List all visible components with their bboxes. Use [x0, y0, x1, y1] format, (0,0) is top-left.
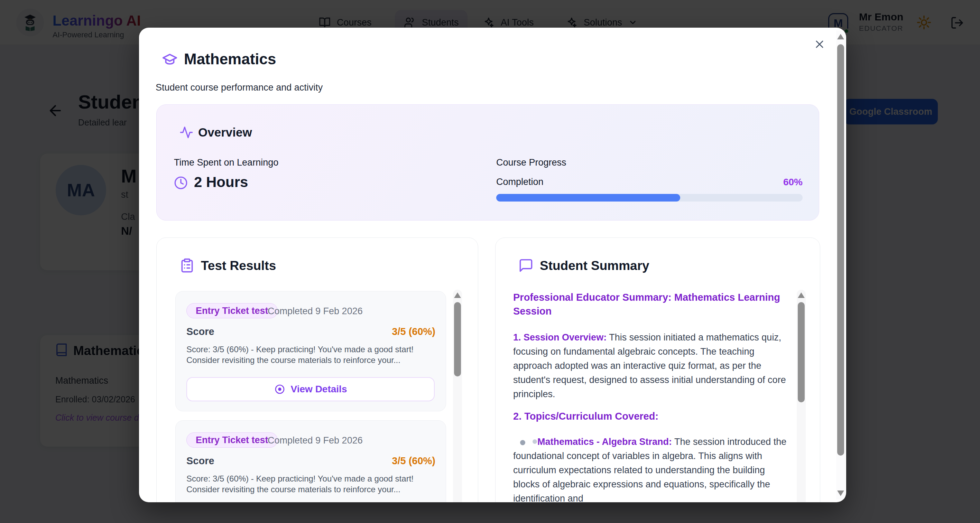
summary-bullet-item: Mathematics - Algebra Strand: The sessio… [513, 435, 792, 502]
graduation-cap-icon [162, 51, 178, 67]
course-name: Mathematics [55, 375, 108, 386]
course-performance-modal: Mathematics Student course performance a… [139, 28, 846, 502]
student-email: st [121, 189, 128, 200]
overview-card: Overview Time Spent on Learningo 2 Hours… [156, 104, 819, 221]
clipboard-list-icon [180, 258, 195, 273]
view-details-label: View Details [291, 384, 347, 395]
time-spent-value: 2 Hours [194, 174, 248, 191]
brand-name: Learningo AI [52, 13, 141, 29]
book-icon [55, 343, 68, 357]
user-role: EDUCATOR [859, 24, 903, 32]
test-result-item: Entry Ticket test Completed 9 Feb 2026 S… [175, 420, 446, 502]
test-completed-date: Completed 9 Feb 2026 [268, 435, 363, 446]
student-initials: MA [67, 180, 95, 200]
close-icon[interactable] [811, 35, 829, 53]
student-avatar: MA [56, 165, 106, 215]
user-name: Mr Emon [859, 11, 903, 23]
scrollbar-thumb[interactable] [454, 302, 461, 377]
clock-icon [174, 176, 188, 190]
score-description: Score: 3/5 (60%) - Keep practicing! You'… [186, 473, 435, 494]
sparkles-icon [483, 17, 495, 29]
logout-icon[interactable] [950, 16, 964, 30]
student-name: M [121, 165, 137, 187]
eye-icon [274, 384, 285, 395]
student-class-value: N/ [121, 225, 132, 237]
page-title: Studen [78, 91, 144, 113]
summary-section-1: 1. Session Overview: This session initia… [513, 331, 792, 401]
scroll-up-arrow[interactable] [837, 34, 844, 40]
chevron-down-icon [628, 18, 637, 27]
theme-toggle-sun-icon[interactable] [916, 15, 932, 30]
activity-icon [180, 126, 193, 139]
nav-label-ai-tools: AI Tools [501, 17, 534, 28]
nav-label-courses: Courses [337, 17, 372, 28]
time-spent-label: Time Spent on Learningo [174, 157, 278, 168]
scrollbar-thumb[interactable] [837, 44, 844, 456]
scroll-down-arrow[interactable] [837, 491, 844, 496]
score-description: Score: 3/5 (60%) - Keep practicing! You'… [186, 344, 435, 366]
progress-bar-fill [496, 194, 680, 202]
app-logo[interactable] [16, 9, 44, 36]
scroll-up-arrow[interactable] [798, 292, 805, 298]
book-open-icon [319, 17, 331, 29]
page-subtitle: Detailed lear [78, 118, 127, 127]
course-progress-label: Course Progress [496, 157, 566, 168]
back-arrow-icon[interactable] [47, 102, 64, 119]
nav-label-students: Students [422, 17, 459, 28]
modal-subtitle: Student course performance and activity [156, 82, 323, 93]
google-classroom-button[interactable]: Google Classroom [844, 99, 938, 124]
nav-label-solutions: Solutions [584, 17, 622, 28]
completion-percent: 60% [496, 176, 803, 188]
course-enrolled-date: Enrolled: 03/02/2026 [55, 394, 135, 404]
test-results-card: Test Results Entry Ticket test Completed… [156, 237, 478, 502]
course-card-title: Mathematic [73, 343, 144, 358]
overview-heading: Overview [198, 126, 252, 139]
student-class-label: Cla [121, 211, 135, 222]
summary-scrollbar[interactable] [797, 290, 806, 502]
test-badge: Entry Ticket test [186, 432, 278, 448]
modal-title: Mathematics [184, 51, 276, 68]
sparkles-icon [566, 17, 578, 29]
test-completed-date: Completed 9 Feb 2026 [268, 306, 363, 316]
modal-scrollbar[interactable] [836, 30, 845, 499]
course-details-link[interactable]: Click to view course de [55, 413, 144, 423]
bullet-label: Mathematics - Algebra Strand: [538, 437, 672, 447]
test-badge: Entry Ticket test [186, 303, 278, 318]
test-results-scrollbar[interactable] [453, 290, 462, 502]
progress-bar-track [496, 194, 803, 202]
test-result-item: Entry Ticket test Completed 9 Feb 2026 S… [175, 291, 446, 411]
summary-title: Professional Educator Summary: Mathemati… [513, 290, 792, 318]
message-square-icon [519, 258, 534, 273]
summary-section-2-label: 2. Topics/Curriculum Covered: [513, 411, 792, 422]
student-summary-heading: Student Summary [540, 259, 649, 273]
score-value: 3/5 (60%) [186, 455, 435, 467]
test-results-heading: Test Results [201, 259, 276, 273]
scrollbar-thumb[interactable] [798, 302, 805, 402]
score-value: 3/5 (60%) [186, 326, 435, 337]
view-details-button[interactable]: View Details [186, 377, 435, 401]
users-icon [404, 17, 416, 29]
summary-section-1-label: 1. Session Overview: [513, 332, 606, 343]
student-summary-card: Student Summary Professional Educator Su… [495, 237, 820, 502]
robot-logo-icon [21, 13, 39, 32]
brand-tagline: AI-Powered Learning [52, 30, 124, 40]
scroll-up-arrow[interactable] [454, 292, 461, 298]
